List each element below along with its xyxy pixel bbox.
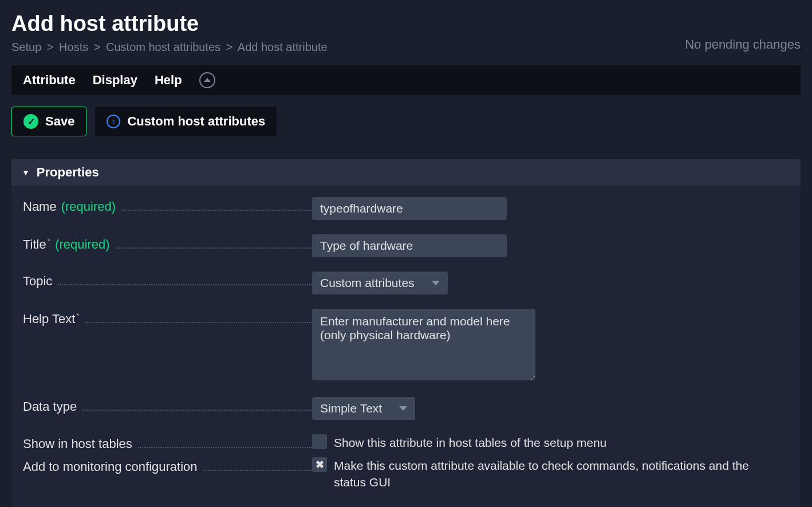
dropdown-icon bbox=[399, 406, 407, 411]
topic-label: Topic bbox=[23, 274, 52, 289]
dotted-fill bbox=[121, 210, 312, 211]
topic-select[interactable]: Custom attributes bbox=[312, 272, 448, 294]
breadcrumb-current: Add host attribute bbox=[238, 41, 328, 53]
breadcrumb-setup[interactable]: Setup bbox=[11, 41, 41, 53]
section-title: Properties bbox=[37, 165, 99, 180]
name-label: Name bbox=[23, 199, 57, 214]
breadcrumb-sep: > bbox=[94, 41, 101, 53]
add-to-monitoring-checkbox[interactable]: ✖ bbox=[312, 457, 327, 472]
breadcrumb-hosts[interactable]: Hosts bbox=[59, 41, 88, 53]
dotted-fill bbox=[82, 410, 312, 411]
chevron-up-icon bbox=[204, 78, 211, 82]
breadcrumb-custom-attrs[interactable]: Custom host attributes bbox=[106, 41, 220, 53]
breadcrumb: Setup > Hosts > Custom host attributes >… bbox=[11, 41, 685, 54]
name-required: (required) bbox=[61, 199, 116, 214]
topic-value: Custom attributes bbox=[320, 276, 415, 290]
save-button-label: Save bbox=[45, 114, 74, 129]
helptext-label: Help Text* bbox=[23, 311, 80, 327]
title-input[interactable] bbox=[312, 234, 507, 257]
menu-bar: Attribute Display Help bbox=[11, 65, 801, 95]
dotted-fill bbox=[203, 470, 312, 471]
title-required: (required) bbox=[55, 237, 109, 252]
datatype-value: Simple Text bbox=[320, 402, 382, 415]
show-in-tables-description: Show this attribute in host tables of th… bbox=[334, 434, 606, 451]
pending-changes[interactable]: No pending changes bbox=[685, 37, 801, 52]
dotted-fill bbox=[138, 447, 312, 448]
menu-display[interactable]: Display bbox=[93, 73, 137, 88]
show-in-tables-checkbox[interactable] bbox=[312, 434, 327, 449]
section-collapse-icon[interactable]: ▼ bbox=[22, 168, 30, 177]
check-icon: ✓ bbox=[23, 114, 38, 129]
add-to-monitoring-label: Add to monitoring configuration bbox=[23, 459, 198, 474]
section-header[interactable]: ▼ Properties bbox=[11, 159, 801, 186]
datatype-select[interactable]: Simple Text bbox=[312, 397, 415, 420]
breadcrumb-sep: > bbox=[47, 41, 54, 53]
dotted-fill bbox=[85, 322, 312, 323]
name-input[interactable] bbox=[312, 197, 507, 220]
add-to-monitoring-description: Make this custom attribute available to … bbox=[334, 457, 782, 491]
dotted-fill bbox=[58, 284, 312, 285]
dropdown-icon bbox=[432, 281, 440, 285]
breadcrumb-sep: > bbox=[226, 41, 233, 53]
title-label: Title* bbox=[23, 237, 50, 252]
datatype-label: Data type bbox=[23, 399, 77, 414]
helptext-textarea[interactable]: Enter manufacturer and model here (only … bbox=[312, 309, 535, 380]
collapse-icon[interactable] bbox=[199, 72, 215, 88]
save-button[interactable]: ✓ Save bbox=[11, 107, 86, 136]
properties-section: ▼ Properties Name (required) Title* (req… bbox=[11, 159, 801, 507]
custom-host-attributes-button[interactable]: ↑ Custom host attributes bbox=[95, 107, 277, 136]
custom-host-attributes-label: Custom host attributes bbox=[127, 114, 265, 129]
dotted-fill bbox=[116, 247, 312, 249]
menu-attribute[interactable]: Attribute bbox=[23, 73, 76, 88]
up-arrow-icon: ↑ bbox=[107, 115, 120, 128]
page-title: Add host attribute bbox=[11, 11, 685, 36]
menu-help[interactable]: Help bbox=[155, 73, 182, 88]
show-in-tables-label: Show in host tables bbox=[23, 437, 132, 451]
